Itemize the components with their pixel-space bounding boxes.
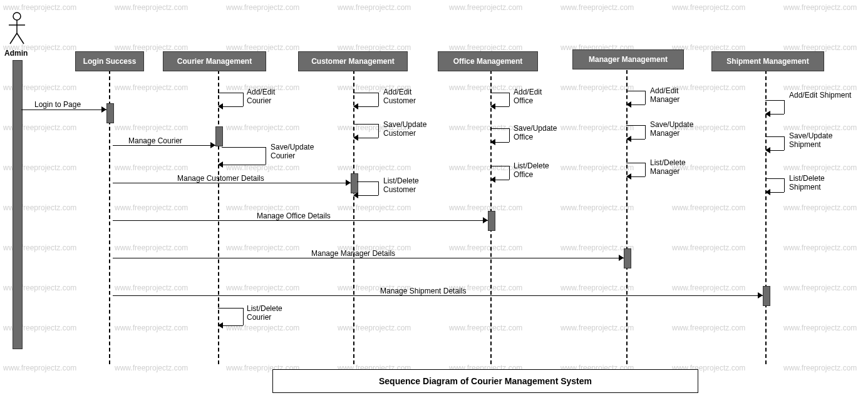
watermark-text: www.freeprojectz.com bbox=[783, 43, 857, 52]
watermark-text: www.freeprojectz.com bbox=[449, 203, 522, 212]
watermark-text: www.freeprojectz.com bbox=[561, 163, 634, 172]
msg-list-delete-customer: List/Delete Customer bbox=[383, 176, 419, 194]
msg-save-update-manager: Save/Update Manager bbox=[650, 120, 693, 138]
watermark-text: www.freeprojectz.com bbox=[3, 364, 76, 372]
loop-customer-list-head bbox=[353, 192, 358, 198]
loop-office-save-bot bbox=[495, 142, 509, 143]
watermark-text: www.freeprojectz.com bbox=[338, 43, 411, 52]
watermark-text: www.freeprojectz.com bbox=[672, 203, 745, 212]
msg-list-delete-courier: List/Delete Courier bbox=[247, 304, 282, 322]
watermark-text: www.freeprojectz.com bbox=[672, 283, 745, 292]
svg-line-3 bbox=[10, 33, 17, 44]
loop-shipment-list-top bbox=[765, 178, 784, 179]
loop-courier-add-top bbox=[218, 93, 243, 93]
loop-shipment-add-top bbox=[765, 100, 784, 101]
watermark-text: www.freeprojectz.com bbox=[338, 203, 411, 212]
watermark-text: www.freeprojectz.com bbox=[338, 3, 411, 12]
arrow-manage-manager bbox=[113, 258, 624, 258]
participant-courier: Courier Management bbox=[163, 51, 266, 71]
lifeline-courier bbox=[218, 70, 219, 364]
arrowhead-login bbox=[101, 106, 106, 113]
loop-customer-save-head bbox=[353, 135, 358, 141]
loop-office-add-top bbox=[490, 93, 509, 93]
watermark-text: www.freeprojectz.com bbox=[561, 83, 634, 92]
participant-customer: Customer Management bbox=[298, 51, 408, 71]
watermark-text: www.freeprojectz.com bbox=[449, 243, 522, 252]
msg-manage-courier: Manage Courier bbox=[128, 136, 182, 145]
loop-manager-save-bot bbox=[631, 139, 645, 140]
watermark-text: www.freeprojectz.com bbox=[672, 3, 745, 12]
activation-manager bbox=[624, 248, 631, 268]
watermark-text: www.freeprojectz.com bbox=[226, 3, 299, 12]
msg-manage-manager: Manage Manager Details bbox=[311, 249, 395, 258]
loop-manager-list-head bbox=[626, 173, 631, 180]
loop-customer-list-bot bbox=[358, 195, 378, 196]
participant-shipment: Shipment Management bbox=[711, 51, 824, 71]
watermark-text: www.freeprojectz.com bbox=[226, 43, 299, 52]
watermark-text: www.freeprojectz.com bbox=[226, 123, 299, 132]
loop-courier-save-top bbox=[222, 147, 266, 148]
loop-customer-list-side bbox=[378, 181, 379, 195]
msg-list-delete-manager: List/Delete Manager bbox=[650, 158, 686, 176]
msg-save-update-courier: Save/Update Courier bbox=[271, 143, 314, 160]
watermark-text: www.freeprojectz.com bbox=[115, 243, 188, 252]
watermark-text: www.freeprojectz.com bbox=[115, 283, 188, 292]
svg-line-4 bbox=[17, 33, 24, 44]
loop-courier-save-side bbox=[266, 147, 266, 165]
watermark-text: www.freeprojectz.com bbox=[115, 43, 188, 52]
loop-courier-add-side bbox=[243, 93, 244, 106]
loop-office-list-top bbox=[490, 166, 509, 166]
activation-shipment bbox=[763, 286, 770, 306]
watermark-text: www.freeprojectz.com bbox=[449, 3, 522, 12]
loop-shipment-list-side bbox=[784, 178, 785, 192]
watermark-text: www.freeprojectz.com bbox=[338, 163, 411, 172]
watermark-text: www.freeprojectz.com bbox=[783, 123, 857, 132]
loop-manager-add-side bbox=[645, 91, 646, 105]
watermark-text: www.freeprojectz.com bbox=[672, 324, 745, 332]
watermark-text: www.freeprojectz.com bbox=[561, 283, 634, 292]
watermark-text: www.freeprojectz.com bbox=[561, 3, 634, 12]
arrowhead-manage-courier bbox=[210, 142, 215, 148]
watermark-text: www.freeprojectz.com bbox=[449, 43, 522, 52]
loop-shipment-add-head bbox=[765, 111, 770, 117]
activation-customer bbox=[351, 173, 358, 193]
loop-customer-save-bot bbox=[358, 138, 378, 138]
watermark-text: www.freeprojectz.com bbox=[115, 203, 188, 212]
watermark-text: www.freeprojectz.com bbox=[561, 123, 634, 132]
svg-point-0 bbox=[13, 13, 21, 20]
loop-office-list-side bbox=[509, 166, 510, 180]
watermark-text: www.freeprojectz.com bbox=[338, 324, 411, 332]
arrowhead-manage-manager bbox=[619, 255, 624, 261]
arrow-login-to-page bbox=[21, 110, 106, 110]
msg-manage-customer: Manage Customer Details bbox=[177, 174, 264, 183]
loop-courier-save-bot bbox=[223, 165, 266, 165]
admin-label: Admin bbox=[4, 49, 28, 58]
loop-customer-save-top bbox=[353, 124, 378, 125]
loop-manager-list-top bbox=[626, 163, 645, 163]
watermark-text: www.freeprojectz.com bbox=[783, 203, 857, 212]
msg-list-delete-office: List/Delete Office bbox=[514, 161, 549, 179]
msg-save-update-customer: Save/Update Customer bbox=[383, 120, 426, 138]
loop-manager-list-bot bbox=[631, 176, 645, 177]
watermark-text: www.freeprojectz.com bbox=[783, 3, 857, 12]
watermark-text: www.freeprojectz.com bbox=[672, 83, 745, 92]
msg-manage-office: Manage Office Details bbox=[257, 212, 331, 220]
watermark-text: www.freeprojectz.com bbox=[226, 203, 299, 212]
loop-manager-list-side bbox=[645, 163, 646, 176]
participant-login: Login Success bbox=[75, 51, 144, 71]
loop-office-save-top bbox=[490, 128, 509, 129]
msg-save-update-office: Save/Update Office bbox=[514, 124, 557, 141]
msg-add-edit-courier: Add/Edit Courier bbox=[247, 88, 275, 105]
admin-actor bbox=[8, 11, 26, 49]
loop-manager-save-head bbox=[626, 136, 631, 142]
loop-manager-save-top bbox=[626, 125, 645, 126]
watermark-text: www.freeprojectz.com bbox=[561, 324, 634, 332]
watermark-text: www.freeprojectz.com bbox=[561, 203, 634, 212]
watermark-text: www.freeprojectz.com bbox=[449, 324, 522, 332]
watermark-text: www.freeprojectz.com bbox=[449, 123, 522, 132]
participant-manager: Manager Management bbox=[572, 49, 684, 69]
watermark-text: www.freeprojectz.com bbox=[783, 324, 857, 332]
watermark-text: www.freeprojectz.com bbox=[226, 283, 299, 292]
msg-add-edit-office: Add/Edit Office bbox=[514, 88, 542, 105]
loop-shipment-save-bot bbox=[770, 150, 784, 151]
